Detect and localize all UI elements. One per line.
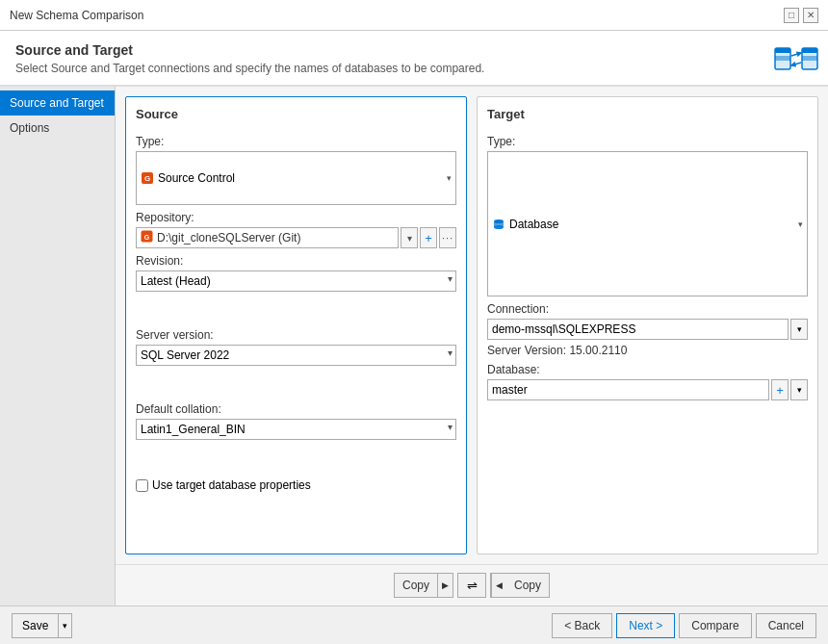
back-button[interactable]: < Back	[552, 613, 612, 638]
source-repo-row: G D:\git_cloneSQLServer (Git) ▾ + ···	[136, 227, 456, 248]
source-revision-wrapper[interactable]: Latest (Head) Branch Tag	[136, 270, 456, 322]
footer-left: Save ▾	[12, 613, 72, 638]
repo-dropdown-btn[interactable]: ▾	[401, 227, 418, 248]
repo-git-icon: G	[141, 230, 153, 245]
source-repo-label: Repository:	[136, 211, 456, 224]
copy-buttons-area: Copy ▶ ⇌ ◀ Copy	[116, 564, 828, 605]
copy-right-button[interactable]: Copy ▶	[394, 573, 453, 598]
copy-left-label: Copy	[506, 579, 549, 592]
schema-compare-icon	[774, 40, 818, 88]
target-database-row: master + ▾	[487, 379, 808, 400]
swap-button[interactable]: ⇌	[457, 573, 486, 598]
dialog-header: Source and Target Select Source and Targ…	[0, 31, 828, 86]
main-content: Source Type: G Source Control Database B…	[116, 87, 828, 605]
dialog-title: New Schema Comparison	[10, 9, 143, 22]
save-button[interactable]: Save ▾	[12, 613, 72, 638]
target-database-label: Database:	[487, 363, 808, 376]
database-icon	[492, 218, 505, 231]
source-collation-select[interactable]: Latin1_General_BIN SQL_Latin1_General_CP…	[136, 419, 456, 440]
source-use-target-checkbox[interactable]	[136, 479, 148, 492]
target-database-value: master	[492, 383, 528, 397]
sidebar-item-options[interactable]: Options	[0, 116, 115, 141]
dialog-footer: Save ▾ < Back Next > Compare Cancel	[0, 605, 828, 644]
svg-rect-6	[802, 48, 817, 53]
source-server-version-select[interactable]: SQL Server 2022 SQL Server 2019 SQL Serv…	[136, 345, 456, 366]
save-label: Save	[13, 619, 58, 632]
target-database-dropdown-btn[interactable]: ▾	[790, 379, 808, 400]
target-type-field[interactable]: Database Source Control Backup ▾	[487, 151, 808, 296]
source-type-label: Type:	[136, 135, 456, 148]
repo-add-btn[interactable]: +	[420, 227, 437, 248]
target-database-add-btn[interactable]: +	[771, 379, 789, 400]
svg-rect-2	[775, 48, 790, 53]
title-bar-controls: □ ✕	[784, 8, 818, 23]
source-repo-input[interactable]: G D:\git_cloneSQLServer (Git)	[136, 227, 399, 248]
source-collation-label: Default collation:	[136, 402, 456, 416]
section-title: Source and Target	[15, 42, 813, 58]
source-panel: Source Type: G Source Control Database B…	[125, 96, 467, 554]
close-button[interactable]: ✕	[803, 8, 818, 23]
source-revision-select[interactable]: Latest (Head) Branch Tag	[136, 270, 456, 292]
section-description: Select Source and Target connections and…	[15, 62, 813, 75]
source-panel-title: Source	[136, 107, 456, 121]
svg-point-14	[494, 225, 504, 229]
target-connection-input[interactable]: demo-mssql\SQLEXPRESS	[487, 319, 789, 340]
source-revision-label: Revision:	[136, 254, 456, 268]
source-server-version-label: Server version:	[136, 328, 456, 342]
source-use-target-label: Use target database properties	[152, 478, 311, 492]
panels-area: Source Type: G Source Control Database B…	[116, 87, 828, 564]
source-type-field[interactable]: G Source Control Database Backup ▾	[136, 151, 456, 205]
source-use-target-row: Use target database properties	[136, 478, 456, 492]
dialog-body: Source and Target Options Source Type: G…	[0, 87, 828, 605]
source-control-icon: G	[141, 171, 154, 185]
copy-left-button[interactable]: ◀ Copy	[490, 573, 550, 598]
target-type-select[interactable]: Database Source Control Backup	[509, 218, 794, 231]
target-server-version: Server Version: 15.00.2110	[487, 344, 808, 357]
target-panel: Target Type: Database Source Control Bac…	[477, 96, 818, 554]
target-panel-title: Target	[487, 107, 808, 121]
sidebar-item-source-and-target[interactable]: Source and Target	[0, 90, 115, 116]
copy-left-arrow[interactable]: ◀	[491, 574, 506, 597]
swap-icon: ⇌	[467, 579, 478, 593]
title-bar: New Schema Comparison □ ✕	[0, 0, 828, 31]
target-type-label: Type:	[487, 135, 808, 148]
next-button[interactable]: Next >	[616, 613, 675, 638]
repo-more-btn[interactable]: ···	[439, 227, 456, 248]
svg-text:G: G	[144, 234, 150, 241]
source-type-select[interactable]: Source Control Database Backup	[158, 171, 443, 185]
target-connection-btn[interactable]: ▾	[790, 319, 808, 340]
source-collation-wrapper[interactable]: Latin1_General_BIN SQL_Latin1_General_CP…	[136, 419, 456, 471]
svg-rect-3	[775, 56, 790, 61]
compare-button[interactable]: Compare	[679, 613, 751, 638]
target-connection-row: demo-mssql\SQLEXPRESS ▾	[487, 319, 808, 340]
minimize-button[interactable]: □	[784, 8, 799, 23]
svg-text:G: G	[144, 174, 150, 183]
cancel-button[interactable]: Cancel	[756, 613, 816, 638]
sidebar: Source and Target Options	[0, 87, 116, 605]
target-database-input[interactable]: master	[487, 379, 769, 400]
target-connection-label: Connection:	[487, 302, 808, 316]
footer-right: < Back Next > Compare Cancel	[552, 613, 816, 638]
copy-right-arrow[interactable]: ▶	[437, 574, 453, 597]
save-dropdown-icon[interactable]: ▾	[58, 614, 71, 637]
svg-rect-7	[802, 56, 817, 61]
source-server-version-wrapper[interactable]: SQL Server 2022 SQL Server 2019 SQL Serv…	[136, 345, 456, 397]
target-connection-value: demo-mssql\SQLEXPRESS	[492, 322, 635, 336]
copy-right-label: Copy	[395, 579, 437, 592]
source-repo-value: D:\git_cloneSQLServer (Git)	[157, 231, 394, 245]
